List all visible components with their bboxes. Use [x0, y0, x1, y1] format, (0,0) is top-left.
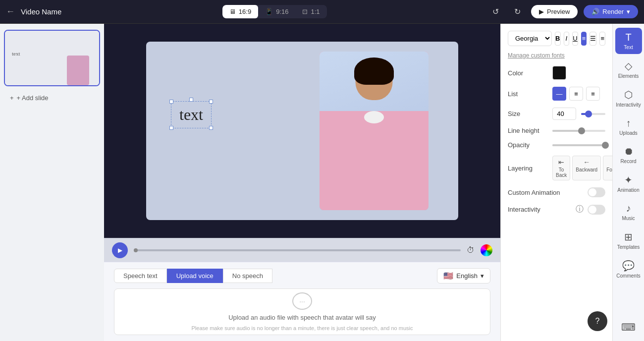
uploads-icon: ↑ [626, 117, 631, 129]
size-row: Size [508, 108, 605, 120]
keyboard-icon-item[interactable]: ⌨ [615, 317, 642, 337]
opacity-label: Opacity [508, 141, 552, 149]
sidebar-item-record[interactable]: ⏺ Record [615, 142, 642, 168]
opacity-row: Opacity [508, 141, 605, 149]
to-back-button[interactable]: ⇤ To Back [552, 156, 570, 180]
sidebar-item-animation[interactable]: ✦ Animation [615, 170, 642, 197]
italic-button[interactable]: I [564, 32, 570, 46]
dropdown-arrow-icon: ▾ [481, 272, 484, 280]
flag-icon: 🇺🇸 [443, 271, 453, 281]
play-icon: ▶ [118, 247, 122, 254]
sidebar-item-text[interactable]: T Text [615, 28, 642, 54]
list-bullet-button[interactable]: ≡ [569, 87, 583, 101]
speech-text-tab[interactable]: Speech text [114, 269, 167, 283]
interactivity-toggle[interactable] [588, 205, 605, 215]
custom-animation-row: Custom Animation [508, 187, 605, 197]
text-element[interactable]: text [171, 101, 212, 128]
forward-button[interactable]: → Forward [603, 156, 612, 180]
resize-handle-tr[interactable] [209, 100, 213, 104]
manage-fonts-link[interactable]: Manage custom fonts [508, 52, 605, 59]
sidebar-item-elements[interactable]: ◇ Elements [615, 56, 642, 83]
color-wheel[interactable] [481, 244, 492, 256]
back-button[interactable]: ← [6, 6, 15, 17]
interactivity-row: Interactivity ⓘ [508, 204, 605, 215]
center-area: text ▶ ⏱ Speech text Upload voice [104, 24, 500, 341]
color-swatch[interactable] [552, 66, 566, 80]
language-selector[interactable]: 🇺🇸 English ▾ [437, 268, 490, 284]
back-icon: ← [6, 6, 15, 17]
slide-thumb-text: text [12, 51, 20, 57]
render-dropdown-icon: ▾ [627, 8, 630, 15]
list-row: List — ≡ ≡ [508, 87, 605, 101]
custom-animation-toggle[interactable] [588, 187, 605, 197]
opacity-slider[interactable] [552, 144, 605, 146]
video-name: Video Name [21, 7, 61, 16]
topbar: ← Video Name 🖥 16:9 📱 9:16 ⊡ 1:1 ↺ ↻ ▶ P… [0, 0, 644, 24]
keyboard-icon: ⌨ [621, 321, 636, 333]
resize-handle-tl[interactable] [169, 100, 173, 104]
aspect-tab-9-16[interactable]: 📱 9:16 [258, 5, 295, 18]
no-speech-tab[interactable]: No speech [223, 269, 272, 283]
redo-button[interactable]: ↻ [509, 4, 525, 20]
sidebar-item-comments[interactable]: 💬 Comments [615, 256, 642, 283]
music-icon: ♪ [626, 203, 631, 214]
record-icon: ⏺ [624, 146, 634, 157]
timer-icon[interactable]: ⏱ [467, 246, 475, 255]
preview-button[interactable]: ▶ Preview [531, 5, 578, 18]
comments-icon: 💬 [622, 260, 635, 272]
sidebar-item-interactivity[interactable]: ⬡ Interactivity [615, 85, 642, 112]
color-row: Color [508, 66, 605, 80]
layering-row: Layering ⇤ To Back ← Backward → Forward [508, 156, 605, 180]
right-panel: Georgia B I U ≡ ☰ ≡ [500, 24, 644, 341]
backward-button[interactable]: ← Backward [572, 156, 601, 180]
slide-thumbnail: text [5, 31, 99, 85]
underline-button[interactable]: U [572, 32, 578, 46]
speech-panel: Speech text Upload voice No speech 🇺🇸 En… [104, 262, 500, 341]
add-slide-button[interactable]: + + Add slide [4, 90, 100, 106]
line-height-slider[interactable] [552, 130, 605, 132]
list-label: List [508, 90, 552, 98]
list-none-button[interactable]: — [552, 87, 566, 101]
resize-handle-bl[interactable] [169, 126, 173, 130]
help-button[interactable]: ? [588, 311, 607, 331]
custom-animation-label: Custom Animation [508, 189, 588, 196]
upload-hint: Please make sure audio is no longer than… [182, 325, 423, 331]
aspect-tab-16-9[interactable]: 🖥 16:9 [222, 5, 258, 18]
layer-buttons: ⇤ To Back ← Backward → Forward ⇥ To Fron… [552, 156, 612, 180]
size-label: Size [508, 110, 552, 117]
sidebar-item-uploads[interactable]: ↑ Uploads [615, 114, 642, 140]
line-height-row: Line height [508, 127, 605, 134]
canvas-wrapper: text [104, 24, 500, 238]
render-button[interactable]: 🔊 Render ▾ [584, 5, 638, 18]
text-element-content[interactable]: text [179, 106, 203, 123]
elements-icon: ◇ [625, 60, 632, 72]
avatar [320, 52, 429, 210]
resize-handle-br[interactable] [209, 126, 213, 130]
monitor-icon: 🖥 [229, 8, 236, 15]
align-center-button[interactable]: ☰ [590, 32, 596, 46]
size-slider[interactable] [581, 113, 605, 115]
sidebar-item-music[interactable]: ♪ Music [615, 199, 642, 225]
speech-content-area[interactable]: ··· Upload an audio file with speech tha… [114, 288, 490, 335]
interactivity-info-icon[interactable]: ⓘ [576, 204, 584, 215]
resize-handle-top[interactable] [189, 98, 193, 102]
slide-item[interactable]: 1 ⊡ text [4, 30, 100, 86]
timeline[interactable] [134, 249, 461, 251]
animation-icon: ✦ [624, 174, 633, 186]
align-right-button[interactable]: ≡ [599, 32, 605, 46]
font-select[interactable]: Georgia [508, 31, 552, 46]
upload-voice-tab[interactable]: Upload voice [167, 269, 223, 283]
align-left-button[interactable]: ≡ [581, 32, 587, 46]
bold-button[interactable]: B [555, 32, 561, 46]
timeline-cursor[interactable] [134, 248, 138, 252]
aspect-tab-1-1[interactable]: ⊡ 1:1 [295, 5, 326, 18]
size-input[interactable] [552, 108, 576, 120]
sidebar-item-templates[interactable]: ⊞ Templates [615, 227, 642, 254]
list-number-button[interactable]: ≡ [586, 87, 600, 101]
canvas-toolbar: ▶ ⏱ [104, 238, 500, 262]
play-button[interactable]: ▶ [112, 242, 128, 258]
preview-icon: ▶ [539, 8, 544, 15]
undo-button[interactable]: ↺ [487, 4, 503, 20]
toggle-knob [589, 188, 596, 196]
canvas: text [146, 42, 458, 220]
